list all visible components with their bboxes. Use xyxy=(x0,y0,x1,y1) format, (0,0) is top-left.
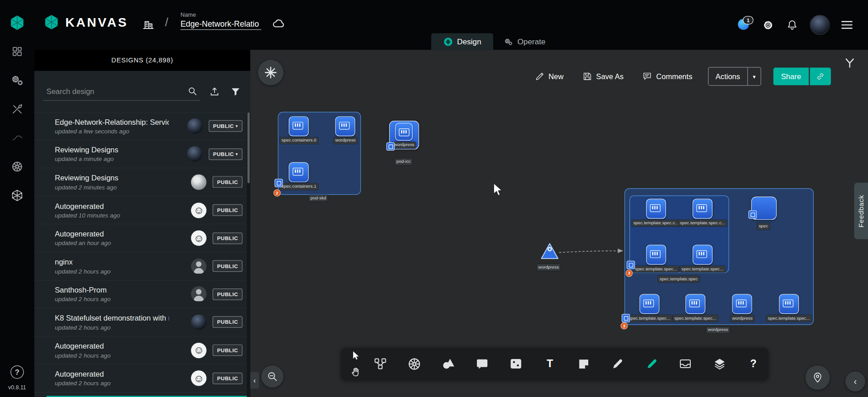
copy-link-button[interactable] xyxy=(810,67,831,85)
actions-dropdown-button[interactable]: Actions ▾ xyxy=(708,67,761,86)
pod-node[interactable]: spec.template.spec... xyxy=(673,294,718,321)
design-list-item[interactable]: nginx updated 2 hours ago PUBLIC xyxy=(34,252,247,280)
group-kind-badge-icon[interactable] xyxy=(274,179,283,187)
visibility-badge[interactable]: PUBLIC ▾ xyxy=(208,148,242,160)
pod-node[interactable]: wordpress xyxy=(731,294,755,321)
visibility-badge[interactable]: PUBLIC xyxy=(212,345,242,356)
user-avatar[interactable] xyxy=(810,15,830,35)
design-list-item[interactable]: Santhosh-Prom updated 2 hours ago PUBLIC xyxy=(34,280,247,308)
design-list-item[interactable]: Autogenerated updated 2 hours ago PUBLIC xyxy=(34,364,247,392)
pen-tool[interactable] xyxy=(610,357,625,371)
pod-node[interactable]: spec.template.spec... xyxy=(766,294,811,321)
visibility-badge[interactable]: PUBLIC xyxy=(212,204,242,216)
service-node[interactable] xyxy=(540,242,559,260)
group-label[interactable]: pod-skd xyxy=(309,195,328,202)
pod-node[interactable]: spec.template.spec... xyxy=(627,294,672,321)
dock-help-tool[interactable]: ? xyxy=(746,357,761,371)
layers-tool[interactable] xyxy=(712,357,726,371)
design-list-item[interactable]: Autogenerated updated 2 hours ago PUBLIC xyxy=(34,336,247,364)
pod-node[interactable]: wordpress xyxy=(334,116,358,144)
spec-node[interactable] xyxy=(751,197,777,220)
pod-node[interactable]: spec.containers.1 xyxy=(280,162,318,190)
visibility-badge[interactable]: PUBLIC xyxy=(212,176,242,188)
pod-node[interactable]: wordpress xyxy=(392,123,416,148)
bell-icon[interactable] xyxy=(786,19,798,31)
snowflake-relationships-button[interactable] xyxy=(258,60,283,85)
node-kind-badge-icon[interactable] xyxy=(387,142,395,151)
locate-button[interactable] xyxy=(806,365,830,390)
pod-node[interactable]: spec.template.spec... xyxy=(633,245,679,272)
pod-group-pod-skd[interactable]: spec.containers.0 wordpress spec.contain… xyxy=(278,112,361,195)
group-kind-badge-icon[interactable] xyxy=(627,261,635,269)
visibility-badge[interactable]: PUBLIC xyxy=(212,373,242,384)
helm-wheel-icon[interactable] xyxy=(9,158,26,175)
design-name-input[interactable] xyxy=(180,18,261,30)
meshery-icon[interactable] xyxy=(9,187,26,204)
comments-button[interactable]: Comments xyxy=(639,71,696,82)
apps-notification-icon[interactable]: 1 xyxy=(738,19,750,31)
sync-cloud-icon[interactable] xyxy=(271,17,286,31)
save-as-button[interactable]: Save As xyxy=(579,71,627,82)
canvas-collapse-handle[interactable]: ‹ xyxy=(250,372,259,389)
dashboard-icon[interactable] xyxy=(9,43,26,60)
actions-caret-icon[interactable]: ▾ xyxy=(747,67,760,85)
shapes-tool[interactable] xyxy=(441,357,455,371)
pod-node[interactable]: spec.template.spec... xyxy=(680,245,725,272)
flow-network-tool[interactable] xyxy=(373,357,387,371)
scrollbar-thumb[interactable] xyxy=(247,113,250,184)
tab-design[interactable]: Design xyxy=(431,33,493,50)
designs-scrollbar[interactable] xyxy=(247,113,250,397)
relationship-curve-icon[interactable] xyxy=(9,130,26,147)
annotation-tool[interactable] xyxy=(475,357,489,371)
feedback-tab[interactable]: Feedback xyxy=(854,183,868,239)
design-list-item[interactable]: Reviewing Designs updated a minute ago P… xyxy=(34,141,247,169)
collapse-right-button[interactable]: ‹ xyxy=(845,372,865,392)
pod-node[interactable]: spec.template.spec.c... xyxy=(632,199,680,227)
node-kind-badge-icon[interactable] xyxy=(749,210,757,218)
zoom-out-button[interactable] xyxy=(261,365,283,388)
design-list-item[interactable]: Autogenerated updated 10 minutes ago PUB… xyxy=(34,196,247,224)
menu-hamburger-icon[interactable] xyxy=(841,21,852,29)
spec-node-label[interactable]: spec xyxy=(757,223,770,230)
design-list-item[interactable]: Edge-Network-Relationship: Servic update… xyxy=(34,113,247,141)
deployment-group-label[interactable]: wordpress xyxy=(706,326,730,333)
deployment-group-wordpress[interactable]: spec.template.spec.c... spec.template.sp… xyxy=(624,188,814,325)
design-list-item[interactable]: K8 Statefulset demonstration with m upda… xyxy=(34,308,247,336)
import-design-icon[interactable] xyxy=(207,85,222,99)
settings-gears-icon[interactable] xyxy=(9,72,26,89)
visibility-badge[interactable]: PUBLIC ▾ xyxy=(208,120,242,132)
pan-hand-tool[interactable] xyxy=(349,365,363,379)
share-button[interactable]: Share xyxy=(774,67,809,85)
media-tool[interactable] xyxy=(509,357,523,371)
pod-node-pod-icc[interactable]: wordpress xyxy=(389,121,419,150)
visibility-badge[interactable]: PUBLIC xyxy=(212,288,242,300)
help-icon[interactable]: ? xyxy=(10,365,24,378)
visibility-badge[interactable]: PUBLIC xyxy=(212,260,242,272)
design-list-item[interactable]: Reviewing Designs updated 2 minutes ago … xyxy=(34,168,247,196)
pod-node[interactable]: spec.template.spec.c... xyxy=(678,199,727,227)
organization-icon[interactable] xyxy=(142,17,155,30)
draw-tool-active[interactable] xyxy=(644,357,659,371)
group-kind-badge-icon[interactable] xyxy=(622,314,630,322)
inner-group-label[interactable]: spec.template.spec xyxy=(658,276,699,283)
tab-operate[interactable]: Operate xyxy=(493,33,555,50)
drawer-tool[interactable] xyxy=(678,357,693,371)
relationship-edge[interactable] xyxy=(558,245,627,257)
search-icon[interactable] xyxy=(187,86,198,97)
kubernetes-components-tool[interactable] xyxy=(407,357,421,371)
service-label[interactable]: wordpress xyxy=(537,264,561,271)
design-list-item[interactable]: Autogenerated updated an hour ago PUBLIC xyxy=(34,224,247,252)
brand[interactable]: KANVAS xyxy=(43,14,128,31)
text-tool[interactable]: T xyxy=(542,357,557,371)
visibility-badge[interactable]: PUBLIC xyxy=(212,317,242,328)
inner-group-spec-template-spec[interactable]: spec.template.spec.c... spec.template.sp… xyxy=(629,195,729,273)
settings-gear-icon[interactable] xyxy=(762,19,774,31)
toolbox-icon[interactable] xyxy=(9,101,26,118)
design-canvas[interactable]: New Save As Comments Actions ▾ Share xyxy=(250,50,868,397)
sticky-note-tool[interactable] xyxy=(576,357,591,371)
kanvas-logo-icon[interactable] xyxy=(9,14,26,31)
pod-node[interactable]: spec.containers.0 xyxy=(280,116,318,144)
collaboration-icon[interactable] xyxy=(844,57,856,69)
visibility-badge[interactable]: PUBLIC xyxy=(212,232,242,244)
filter-funnel-icon[interactable] xyxy=(228,85,242,99)
